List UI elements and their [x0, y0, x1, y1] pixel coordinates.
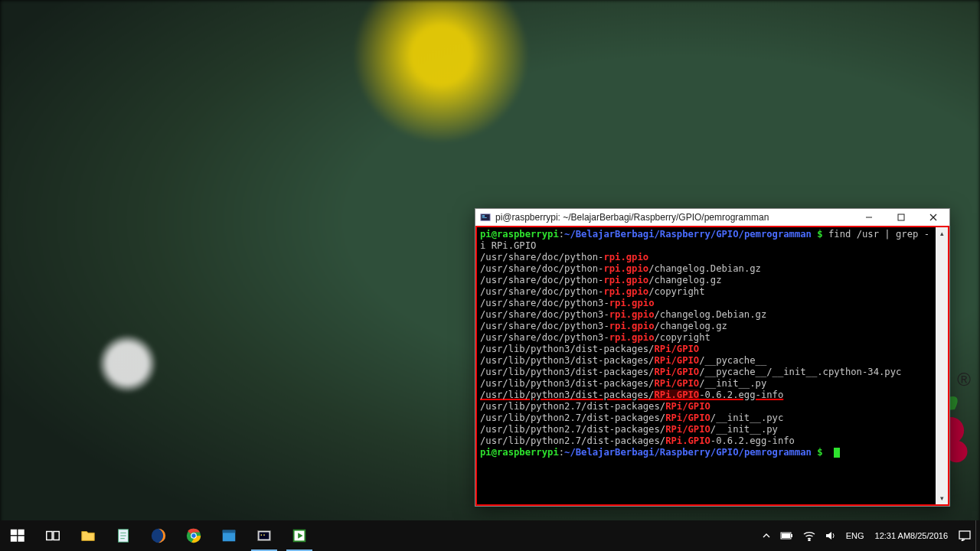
titlebar[interactable]: pi@raspberrypi: ~/BelajarBerbagi/Raspber… — [475, 209, 949, 226]
svg-point-26 — [191, 533, 196, 538]
minimize-button[interactable] — [853, 209, 885, 226]
firefox-button[interactable] — [141, 520, 176, 551]
clock-time: 12:31 AM — [875, 531, 910, 541]
svg-rect-14 — [18, 530, 24, 535]
putty-icon — [480, 212, 491, 223]
svg-rect-16 — [18, 536, 24, 541]
file-explorer-button[interactable] — [70, 520, 106, 551]
close-button[interactable] — [917, 209, 949, 226]
svg-rect-36 — [782, 533, 790, 538]
show-desktop-button[interactable] — [975, 520, 980, 551]
notepad-button[interactable] — [106, 520, 141, 551]
language-label: ENG — [846, 531, 864, 540]
maximize-button[interactable] — [885, 209, 917, 226]
language-indicator[interactable]: ENG — [841, 520, 869, 551]
camtasia-button[interactable] — [282, 520, 317, 551]
svg-rect-17 — [47, 532, 52, 540]
svg-rect-13 — [11, 530, 17, 535]
action-center-button[interactable] — [954, 520, 975, 551]
scroll-up-button[interactable]: ▴ — [936, 227, 948, 240]
svg-rect-15 — [11, 536, 17, 541]
svg-point-32 — [263, 534, 265, 536]
start-button[interactable] — [0, 520, 35, 551]
chrome-button[interactable] — [176, 520, 211, 551]
clock[interactable]: 12:31 AM 8/25/2016 — [869, 520, 954, 551]
clock-date: 8/25/2016 — [910, 531, 948, 541]
svg-rect-10 — [898, 214, 904, 220]
taskbar: ENG 12:31 AM 8/25/2016 — [0, 520, 980, 551]
svg-rect-28 — [223, 530, 236, 533]
terminal-output[interactable]: pi@raspberrypi:~/BelajarBerbagi/Raspberr… — [477, 227, 936, 504]
volume-icon[interactable] — [820, 520, 841, 551]
putty-taskbar-button[interactable] — [247, 520, 282, 551]
task-view-button[interactable] — [35, 520, 70, 551]
svg-rect-7 — [482, 215, 485, 217]
scroll-track[interactable] — [936, 240, 948, 492]
tray-expand-button[interactable] — [757, 520, 776, 551]
svg-rect-35 — [791, 534, 792, 537]
terminal-window: pi@raspberrypi: ~/BelajarBerbagi/Raspber… — [475, 208, 950, 507]
terminal-scrollbar[interactable]: ▴ ▾ — [936, 227, 948, 504]
vs-button[interactable] — [211, 520, 247, 551]
battery-icon[interactable] — [776, 520, 799, 551]
scroll-down-button[interactable]: ▾ — [936, 492, 948, 504]
svg-rect-38 — [959, 531, 970, 539]
window-title: pi@raspberrypi: ~/BelajarBerbagi/Raspber… — [495, 212, 853, 223]
svg-point-37 — [808, 540, 810, 541]
svg-rect-18 — [54, 532, 59, 540]
wifi-icon[interactable] — [799, 520, 820, 551]
svg-point-31 — [260, 534, 262, 536]
svg-rect-8 — [482, 217, 487, 218]
